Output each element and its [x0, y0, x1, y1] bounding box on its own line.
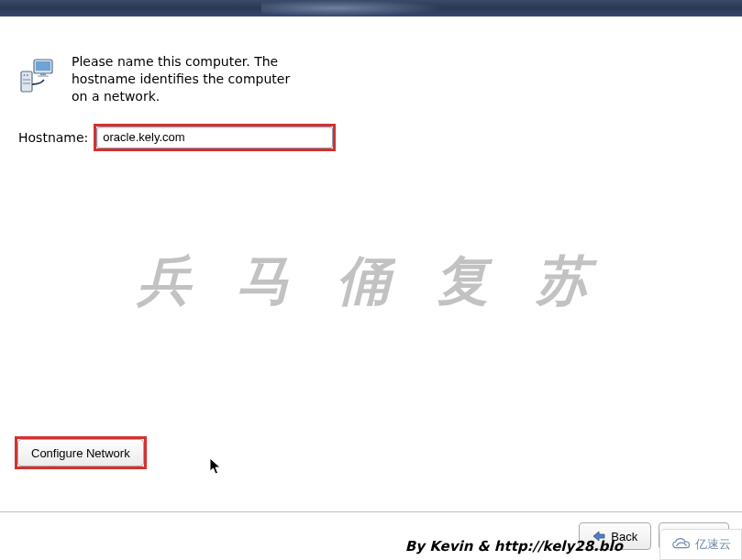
hostname-input[interactable]	[96, 126, 333, 148]
window-title-bar	[0, 0, 742, 16]
configure-network-highlight: Configure Network	[15, 436, 147, 469]
network-computer-icon	[18, 55, 59, 93]
svg-rect-3	[38, 75, 49, 77]
brand-label: 亿速云	[695, 536, 731, 553]
svg-rect-8	[23, 82, 30, 84]
intro-row: Please name this computer. The hostname …	[18, 53, 724, 105]
svg-rect-2	[40, 73, 46, 75]
configure-network-button[interactable]: Configure Network	[17, 439, 144, 467]
svg-point-6	[27, 74, 28, 76]
svg-rect-7	[23, 79, 30, 81]
cursor-icon	[209, 457, 224, 478]
brand-badge: 亿速云	[659, 529, 742, 560]
intro-text: Please name this computer. The hostname …	[72, 53, 310, 105]
hostname-highlight	[94, 124, 336, 151]
watermark-text: 兵 马 俑 复 苏	[0, 246, 742, 317]
svg-rect-4	[21, 71, 32, 92]
attribution-text: By Kevin & http://kely28.blo	[405, 538, 623, 555]
configure-network-area: Configure Network	[15, 436, 147, 469]
hostname-row: Hostname:	[18, 124, 724, 151]
svg-rect-1	[36, 61, 50, 71]
configure-network-label: Configure Network	[31, 446, 130, 460]
hostname-label: Hostname:	[18, 130, 88, 145]
footer-nav: Back Next	[0, 511, 742, 560]
svg-point-5	[24, 74, 26, 76]
main-content: Please name this computer. The hostname …	[0, 16, 742, 511]
